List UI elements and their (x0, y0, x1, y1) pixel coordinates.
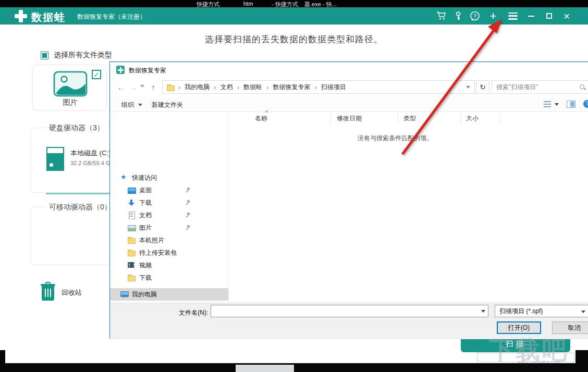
register-key-button[interactable] (450, 7, 466, 24)
minimize-button[interactable] (523, 7, 539, 24)
breadcrumb-item-expert[interactable]: 数据恢复专家 (273, 83, 310, 92)
organize-menu[interactable]: 组织 (121, 101, 134, 109)
plus-icon: + (490, 10, 497, 22)
trash-icon (41, 282, 55, 301)
drive-item-c[interactable]: 本地磁盘 (C:) 32.2 GB/59.4 G (31, 144, 119, 180)
breadcrumb-item-datafrog[interactable]: 数据蛙 (243, 83, 262, 92)
dialog-titlebar[interactable]: 数据恢复专家 (110, 62, 588, 78)
sidebar-item-label: 桌面 (139, 186, 152, 195)
filename-label: 文件名(N): (162, 308, 208, 317)
sidebar-item-upload-packages[interactable]: 待上传安装包 (110, 246, 228, 259)
taskbar-strip (0, 363, 588, 372)
column-divider (500, 113, 500, 125)
desktop-corner-patch (0, 350, 5, 363)
cancel-button-label: 取消 (568, 324, 581, 332)
open-file-dialog: 数据恢复专家 ← → ↑ 我的电脑 文档 数据蛙 数据恢复专家 扫描项目 ↻ (109, 61, 588, 339)
up-button[interactable]: ↑ (148, 81, 159, 93)
forward-button[interactable]: → (128, 81, 139, 93)
search-input[interactable] (496, 81, 580, 93)
sidebar-item-label: 视频 (139, 261, 152, 270)
column-divider (460, 113, 461, 125)
file-type-value: 扫描项目 (*.spf) (499, 307, 543, 316)
pin-icon (186, 225, 191, 230)
sidebar-item-documents[interactable]: 文档 (110, 209, 228, 221)
back-button[interactable]: ← (115, 81, 127, 93)
forward-arrow-icon: → (130, 83, 138, 92)
sidebar-item-label: 快速访问 (132, 173, 157, 182)
sidebar-item-downloads-folder[interactable]: 下载 (110, 271, 228, 284)
view-mode-caret-icon[interactable] (555, 103, 559, 106)
dialog-address-bar: ← → ↑ 我的电脑 文档 数据蛙 数据恢复专家 扫描项目 ↻ (110, 78, 588, 96)
refresh-button[interactable]: ↻ (476, 80, 489, 94)
app-titlebar: 数据蛙 数据恢复专家（未注册） ? + × (0, 7, 588, 24)
breadcrumb-item-computer[interactable]: 我的电脑 (185, 83, 210, 92)
sidebar-item-downloads[interactable]: 下载 (110, 196, 228, 209)
breadcrumb-separator-icon (314, 83, 316, 91)
nav-list-divider (228, 112, 229, 303)
folder-icon (128, 249, 135, 256)
menu-button[interactable] (505, 7, 521, 24)
folder-icon (128, 237, 135, 244)
column-divider (330, 113, 330, 125)
column-header-type[interactable]: 类型 (403, 114, 416, 123)
search-box[interactable] (492, 80, 588, 94)
store-cart-button[interactable] (433, 7, 449, 24)
hdd-drives-section: 硬盘驱动器（3） 本地磁盘 (C:) 32.2 GB/59.4 G (30, 128, 119, 193)
help-bubble-icon: ? (470, 11, 480, 21)
column-header-name[interactable]: 名称 (255, 114, 267, 123)
hard-drive-icon (46, 147, 64, 171)
dialog-main-area: 快速访问 桌面 下载 文档 (110, 112, 588, 303)
file-type-caret-icon (581, 311, 585, 313)
breadcrumb-item-documents[interactable]: 文档 (220, 83, 233, 92)
pin-icon (186, 213, 191, 218)
sidebar-item-label: 下载 (139, 199, 152, 207)
column-header-date-modified[interactable]: 修改日期 (337, 114, 362, 123)
background-button-outline (529, 353, 574, 362)
sidebar-item-pictures[interactable]: 图片 (110, 221, 228, 234)
breadcrumb-separator-icon (214, 83, 216, 91)
sidebar-item-videos[interactable]: 视频 (110, 259, 228, 271)
image-card-label: 图片 (33, 98, 107, 107)
sidebar-item-local-photos[interactable]: 本机照片 (110, 234, 228, 246)
refresh-icon: ↻ (480, 83, 486, 91)
desktop-corner-patch (575, 350, 588, 363)
cancel-button[interactable]: 取消 (552, 321, 588, 334)
dialog-app-icon (116, 66, 125, 74)
help-button[interactable]: ? (467, 7, 483, 24)
pin-icon (186, 188, 191, 193)
image-card-checkbox[interactable]: ✓ (92, 70, 101, 79)
new-scan-plus-button[interactable]: + (485, 7, 501, 24)
close-button[interactable]: × (559, 7, 574, 24)
drive-capacity: 32.2 GB/59.4 G (70, 160, 110, 166)
sidebar-item-desktop[interactable]: 桌面 (110, 184, 228, 196)
download-arrow-icon (128, 199, 135, 206)
breadcrumb[interactable]: 我的电脑 文档 数据蛙 数据恢复专家 扫描项目 (162, 80, 475, 94)
open-button-label: 打开(O) (508, 324, 530, 332)
file-type-card-images[interactable]: ✓ 图片 (32, 65, 107, 110)
column-header-size[interactable]: 大小 (466, 114, 479, 123)
filename-input[interactable] (211, 305, 488, 317)
select-all-checkbox[interactable] (41, 52, 48, 59)
sidebar-item-label: 图片 (139, 224, 152, 232)
breadcrumb-separator-icon (266, 83, 268, 91)
select-all-file-types[interactable]: 选择所有文件类型 (41, 51, 112, 60)
new-folder-button[interactable]: 新建文件夹 (152, 101, 183, 109)
maximize-button[interactable] (541, 7, 557, 24)
breadcrumb-separator-icon (178, 83, 180, 91)
sidebar-item-quick-access[interactable]: 快速访问 (110, 171, 228, 184)
file-type-select[interactable]: 扫描项目 (*.spf) (495, 305, 588, 317)
sidebar-item-my-computer[interactable]: 我的电脑 (110, 288, 228, 301)
filename-dropdown-caret-icon[interactable] (481, 310, 485, 313)
address-dropdown-caret-icon[interactable] (466, 86, 470, 89)
checkmark-icon: ✓ (94, 71, 100, 79)
view-mode-icon[interactable] (544, 101, 551, 107)
breadcrumb-item-scan-projects[interactable]: 扫描项目 (321, 83, 346, 92)
hdd-section-title: 硬盘驱动器（3） (46, 123, 107, 133)
dialog-help-icon[interactable]: ? (583, 100, 588, 108)
preview-pane-icon[interactable] (567, 101, 575, 108)
recycle-bin-item[interactable]: 回收站 (41, 282, 82, 301)
recent-locations-caret-icon[interactable] (140, 85, 144, 88)
sidebar-item-label: 待上传安装包 (139, 249, 177, 257)
open-button[interactable]: 打开(O) (497, 321, 541, 334)
video-icon (128, 262, 135, 269)
